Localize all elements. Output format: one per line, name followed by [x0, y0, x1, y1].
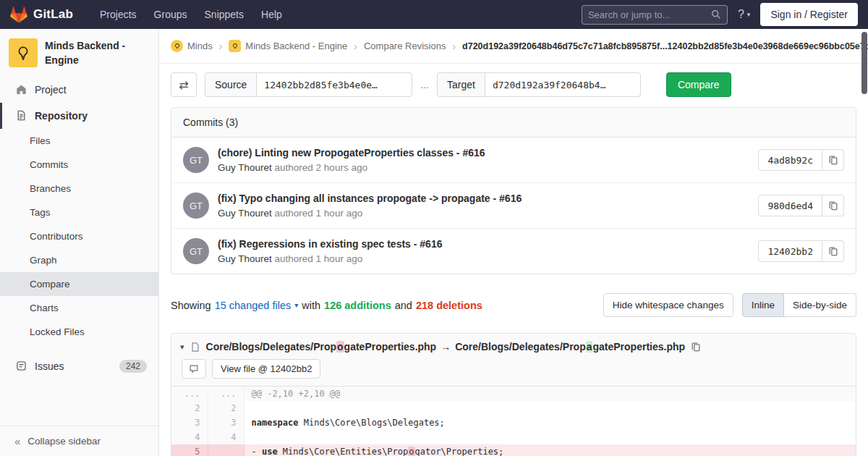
- swap-revisions-button[interactable]: ⇄: [171, 72, 197, 97]
- copy-sha-button[interactable]: [822, 149, 844, 171]
- nav-item-help[interactable]: Help: [253, 4, 290, 25]
- avatar[interactable]: GT: [183, 238, 209, 264]
- changed-files-dropdown[interactable]: 15 changed files: [215, 300, 292, 311]
- search-input[interactable]: [588, 9, 711, 20]
- view-file-button[interactable]: View file @ 12402bb2: [212, 359, 320, 379]
- commit-message-link[interactable]: (fix) Regeressions in existing spec test…: [218, 238, 749, 250]
- diff-view-toggle: Inline Side-by-side: [742, 293, 856, 317]
- breadcrumb-compare-revisions[interactable]: Compare Revisions: [364, 41, 446, 51]
- issues-icon: [16, 360, 27, 372]
- copy-sha-button[interactable]: [822, 195, 844, 216]
- commits-panel-header: Commits (3): [171, 108, 856, 138]
- diff-line-number[interactable]: 4: [171, 430, 208, 444]
- diff-table-body: ......@@ -2,10 +2,10 @@2233namespace Min…: [171, 387, 856, 456]
- sidebar-item-locked-files[interactable]: Locked Files: [0, 320, 158, 344]
- hide-whitespace-button[interactable]: Hide whitespace changes: [603, 293, 733, 317]
- sidebar-item-tags[interactable]: Tags: [0, 200, 158, 224]
- breadcrumb-group[interactable]: Minds: [171, 40, 213, 52]
- commit-row: GT (fix) Regeressions in existing spec t…: [171, 229, 856, 274]
- avatar[interactable]: GT: [183, 147, 209, 173]
- breadcrumb-project[interactable]: Minds Backend - Engine: [229, 40, 347, 52]
- commit-sha-link[interactable]: 4ad8b92c: [758, 149, 822, 171]
- sidebar-item-contributors[interactable]: Contributors: [0, 224, 158, 248]
- diff-line-number[interactable]: 4: [208, 430, 244, 444]
- sidebar-item-compare[interactable]: Compare: [0, 272, 158, 296]
- breadcrumb-separator: ›: [354, 41, 357, 52]
- source-label: Source: [205, 72, 256, 97]
- diff-line-number[interactable]: 2: [208, 401, 244, 415]
- project-sidebar: Minds Backend - Engine Project Repositor…: [0, 29, 159, 456]
- nav-item-projects[interactable]: Projects: [92, 4, 145, 25]
- diff-file-actions: View file @ 12402bb2: [171, 355, 856, 387]
- chevron-down-icon: ▾: [747, 11, 751, 18]
- compare-button[interactable]: Compare: [666, 72, 731, 97]
- toggle-comments-button[interactable]: [182, 359, 206, 379]
- sign-in-register-button[interactable]: Sign in / Register: [760, 3, 858, 26]
- diff-line-number[interactable]: 3: [171, 415, 208, 430]
- nav-item-groups[interactable]: Groups: [146, 4, 195, 25]
- sidebar-item-project[interactable]: Project: [0, 77, 158, 103]
- diff-line-number[interactable]: ...: [171, 387, 208, 401]
- repository-subnav: Files Commits Branches Tags Contributors…: [0, 129, 158, 344]
- help-dropdown[interactable]: ? ▾: [738, 8, 750, 21]
- copy-file-path-button[interactable]: [691, 342, 701, 352]
- collapse-sidebar-button[interactable]: « Collapse sidebar: [0, 426, 158, 456]
- breadcrumb-section-label: Compare Revisions: [364, 41, 446, 51]
- diff-code-line: [244, 401, 856, 415]
- copy-sha-button[interactable]: [822, 240, 844, 262]
- repository-icon: [16, 110, 27, 122]
- diff-file-path[interactable]: Core/Blogs/Delegates/PropogateProperties…: [206, 341, 686, 352]
- diff-code-line: [244, 430, 856, 444]
- sidebar-item-branches[interactable]: Branches: [0, 177, 158, 200]
- commit-message-link[interactable]: (chore) Linting new PropogateProperties …: [218, 147, 749, 159]
- diff-row-removed: 5- use Minds\Core\Entities\Propogator\Pr…: [171, 444, 856, 456]
- avatar[interactable]: GT: [183, 193, 209, 219]
- brand-name: GitLab: [33, 7, 73, 22]
- diff-line-number[interactable]: 2: [171, 401, 208, 415]
- commit-sha-link[interactable]: 12402bb2: [758, 240, 822, 262]
- collapse-diff-caret-icon[interactable]: ▾: [180, 342, 184, 352]
- project-avatar: [9, 38, 38, 67]
- commit-sha-link[interactable]: 980d6ed4: [758, 195, 822, 216]
- swap-icon: ⇄: [179, 79, 188, 91]
- target-label: Target: [437, 72, 485, 97]
- target-revision-input[interactable]: [485, 72, 641, 97]
- diff-line-number[interactable]: 3: [208, 415, 244, 430]
- breadcrumb-project-label: Minds Backend - Engine: [245, 41, 347, 51]
- chevron-down-icon[interactable]: ▾: [294, 301, 298, 309]
- sidebar-item-graph[interactable]: Graph: [0, 248, 158, 272]
- navbar-menu: Projects Groups Snippets Help: [92, 4, 290, 25]
- sidebar-item-charts[interactable]: Charts: [0, 296, 158, 320]
- gitlab-home-link[interactable]: GitLab: [10, 7, 73, 23]
- source-revision-input[interactable]: [256, 72, 412, 97]
- code-text: -: [252, 447, 262, 456]
- sidebar-item-issues[interactable]: Issues 242: [0, 352, 158, 380]
- commit-author[interactable]: Guy Thouret: [218, 162, 272, 173]
- code-text: gator\Properties;: [415, 447, 504, 456]
- commit-authored-time: authored 2 hours ago: [275, 162, 367, 173]
- diff-line-number[interactable]: ...: [208, 387, 244, 401]
- sidebar-item-commits[interactable]: Commits: [0, 153, 158, 177]
- new-path-changed-char: a: [586, 341, 593, 352]
- commit-author[interactable]: Guy Thouret: [218, 253, 272, 264]
- diff-line-number[interactable]: [208, 444, 244, 456]
- nav-item-snippets[interactable]: Snippets: [197, 4, 252, 25]
- inline-view-button[interactable]: Inline: [742, 293, 784, 317]
- commit-author[interactable]: Guy Thouret: [218, 208, 272, 219]
- sidebar-item-repository[interactable]: Repository: [0, 103, 158, 129]
- diff-code-line: - use Minds\Core\Entities\Propogator\Pro…: [244, 444, 856, 456]
- project-context[interactable]: Minds Backend - Engine: [0, 29, 158, 77]
- diff-line-number[interactable]: 5: [171, 444, 208, 456]
- side-by-side-view-button[interactable]: Side-by-side: [784, 293, 856, 317]
- diff-code-line: namespace Minds\Core\Blogs\Delegates;: [244, 415, 856, 430]
- target-input-group: Target: [437, 72, 641, 97]
- collapse-sidebar-label: Collapse sidebar: [27, 436, 101, 447]
- sidebar-item-files[interactable]: Files: [0, 129, 158, 153]
- vertical-scrollbar[interactable]: [861, 32, 867, 94]
- source-input-group: Source: [205, 72, 412, 97]
- commit-message-link[interactable]: (fix) Typo changing all instances propog…: [218, 193, 749, 204]
- global-search[interactable]: [582, 5, 728, 25]
- lightbulb-icon: [15, 45, 31, 61]
- code-text: Minds\Core\Blogs\Delegates;: [299, 418, 445, 428]
- search-icon: [711, 9, 721, 20]
